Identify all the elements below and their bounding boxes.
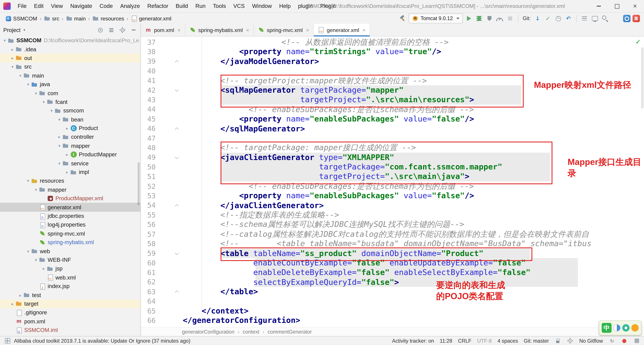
git-commit-button[interactable] <box>544 14 552 23</box>
menu-window[interactable]: Window <box>248 0 276 12</box>
editor-breadcrumb-generatorConfiguration[interactable]: generatorConfiguration <box>182 329 234 335</box>
nav-breadcrumb-main[interactable]: main <box>66 15 86 22</box>
code-line-49[interactable]: 49 <javaClientGenerator type="XMLMAPPER" <box>141 152 644 162</box>
status-notification-badge[interactable] <box>621 338 628 344</box>
menu-file[interactable]: File <box>14 0 30 12</box>
event-log-button[interactable] <box>580 14 588 23</box>
status-status-plugin[interactable] <box>633 338 640 344</box>
editor-breadcrumb-context[interactable]: context <box>243 329 259 335</box>
plugin-blue-button[interactable] <box>623 15 630 22</box>
hide-icon[interactable] <box>130 26 137 34</box>
chevron-collapsed-icon[interactable]: ▸ <box>64 126 70 130</box>
menu-build[interactable]: Build <box>172 0 192 12</box>
menu-view[interactable]: View <box>47 0 66 12</box>
code-line-43[interactable]: 43 targetProject=".\src\main\resources"> <box>141 95 644 105</box>
code-line-42[interactable]: 42 <sqlMapGenerator targetPackage="mappe… <box>141 85 644 95</box>
tree-item-src[interactable]: ▾src <box>0 62 140 71</box>
maximize-button[interactable] <box>608 0 626 12</box>
fold-marker-icon[interactable] <box>156 85 183 95</box>
fold-marker-icon[interactable] <box>156 124 183 133</box>
fold-marker-icon[interactable] <box>156 56 183 66</box>
tree-item-bean[interactable]: ▾bean <box>0 115 140 124</box>
editor-breadcrumb-commentGenerator[interactable]: commentGenerator <box>268 329 312 335</box>
code-line-44[interactable]: 44 <!-- enableSubPackages:是否让schema作为包的后… <box>141 105 644 114</box>
chevron-collapsed-icon[interactable]: ▸ <box>10 302 16 306</box>
tree-item-ProductMapper.xml[interactable]: ProductMapper.xml <box>0 194 140 203</box>
close-tab-icon[interactable]: × <box>246 27 249 33</box>
menu-navigate[interactable]: Navigate <box>66 0 96 12</box>
menu-run[interactable]: Run <box>192 0 209 12</box>
tree-item-main[interactable]: ▾main <box>0 71 140 80</box>
fold-marker-icon[interactable] <box>156 249 183 258</box>
tree-item-jsp[interactable]: ▸jsp <box>0 264 140 273</box>
code-line-51[interactable]: 51 targetProject=".\src\main\java"> <box>141 172 644 181</box>
code-line-62[interactable]: 62 selectByExampleQueryId="false"> <box>141 277 644 287</box>
status-gitflow-widget[interactable]: No Gitflow <box>579 338 603 344</box>
tree-item-WEB-INF[interactable]: ▾WEB-INF <box>0 256 140 264</box>
chevron-expanded-icon[interactable]: ▾ <box>56 117 62 122</box>
locate-icon[interactable] <box>96 26 104 34</box>
chevron-collapsed-icon[interactable]: ▸ <box>40 266 47 271</box>
editor-tab-spring-mybatis.xml[interactable]: spring-mybatis.xml× <box>185 24 254 36</box>
code-line-60[interactable]: 60 enableCountByExample="false" enableUp… <box>141 258 644 268</box>
ime-language-icon[interactable]: 中 <box>602 323 612 333</box>
tree-item-mapper[interactable]: ▾mapper <box>0 185 140 194</box>
tree-item-out[interactable]: ▸out <box>0 54 140 62</box>
code-line-52[interactable]: 52 <!-- enableSubPackages:是否让schema作为包的后… <box>141 181 644 191</box>
debug-button[interactable] <box>475 14 483 23</box>
tree-item-mapper[interactable]: ▾mapper <box>0 141 140 150</box>
ime-mode-icon[interactable] <box>613 324 620 332</box>
status-message[interactable]: Alibaba cloud toolkit 2019.7.1 is availa… <box>14 338 190 344</box>
editor-tab-spring-mvc.xml[interactable]: spring-mvc.xml× <box>254 24 314 36</box>
tree-item-web.xml[interactable]: <>web.xml <box>0 273 140 282</box>
code-line-55[interactable]: 55 <!--指定数据库表的生成策略--> <box>141 210 644 220</box>
tree-item-ssmcom[interactable]: ▾ssmcom <box>0 106 140 115</box>
menu-vcs[interactable]: VCS <box>230 0 248 12</box>
nav-breadcrumb-resources[interactable]: resources <box>92 15 124 22</box>
tree-item-log4j.properties[interactable]: ≡log4j.properties <box>0 221 140 229</box>
tree-item-test[interactable]: ▸test <box>0 291 140 300</box>
editor-scrollbar[interactable] <box>641 47 644 109</box>
status-clock[interactable]: 11:28 <box>440 338 452 344</box>
chevron-collapsed-icon[interactable]: ▸ <box>17 293 24 297</box>
status-highlighting-level[interactable] <box>567 338 574 344</box>
tree-item-jdbc.properties[interactable]: ≡jdbc.properties <box>0 212 140 220</box>
chevron-expanded-icon[interactable]: ▾ <box>33 91 39 95</box>
ime-settings-icon[interactable] <box>622 324 630 332</box>
status-git-branch[interactable]: Git: master <box>524 338 549 344</box>
code-line-59[interactable]: 59 <table tableName="ss_product" domainO… <box>141 249 644 258</box>
chevron-expanded-icon[interactable]: ▾ <box>17 73 24 78</box>
tree-item-generator.xml[interactable]: <>generator.xml <box>0 203 140 212</box>
code-line-63[interactable]: 63 </table> <box>141 287 644 296</box>
tree-item-impl[interactable]: ▸impl <box>0 168 140 176</box>
tree-item-Product[interactable]: ▸CProduct <box>0 124 140 133</box>
tree-item-resources[interactable]: ▾resources <box>0 177 140 185</box>
chevron-expanded-icon[interactable]: ▾ <box>33 188 39 192</box>
code-line-50[interactable]: 50 targetPackage="com.fcant.ssmcom.mappe… <box>141 162 644 172</box>
tree-item-controller[interactable]: ▸controller <box>0 133 140 141</box>
chevron-expanded-icon[interactable]: ▾ <box>56 144 62 148</box>
run-with-coverage-button[interactable] <box>485 14 494 23</box>
code-line-64[interactable]: 64 <box>141 297 644 306</box>
code-line-61[interactable]: 61 enableDeleteByExample="false" enableS… <box>141 268 644 277</box>
tree-item-.gitignore[interactable]: .gitignore <box>0 308 140 317</box>
minimize-button[interactable] <box>590 0 608 12</box>
code-line-58[interactable]: 58 <!-- <table tableName="busdata" domai… <box>141 239 644 249</box>
menu-analyze[interactable]: Analyze <box>116 0 144 12</box>
tree-item-SSMCOM[interactable]: ▾SSMCOMD:\fcofficework\Dome\Idea\fcsca\P… <box>0 36 140 45</box>
fold-marker-icon[interactable] <box>156 152 183 162</box>
tree-item-java[interactable]: ▾java <box>0 80 140 89</box>
code-line-39[interactable]: 39 </javaModelGenerator> <box>141 56 644 66</box>
code-line-40[interactable]: 40 <box>141 66 644 76</box>
tree-item-service[interactable]: ▾service <box>0 159 140 168</box>
menu-code[interactable]: Code <box>96 0 116 12</box>
menu-edit[interactable]: Edit <box>30 0 47 12</box>
tree-item-SSMCOM.iml[interactable]: IJSSMCOM.iml <box>0 326 140 335</box>
chevron-collapsed-icon[interactable]: ▸ <box>10 47 16 52</box>
nav-breadcrumb-SSMCOM[interactable]: SSMCOM <box>5 15 37 22</box>
code-line-66[interactable]: 66</generatorConfiguration> <box>141 316 644 325</box>
search-everywhere-button[interactable] <box>601 14 609 23</box>
chevron-expanded-icon[interactable]: ▾ <box>56 161 62 166</box>
menu-refactor[interactable]: Refactor <box>144 0 172 12</box>
nav-breadcrumb-generator.xml[interactable]: <>generator.xml <box>131 15 172 22</box>
